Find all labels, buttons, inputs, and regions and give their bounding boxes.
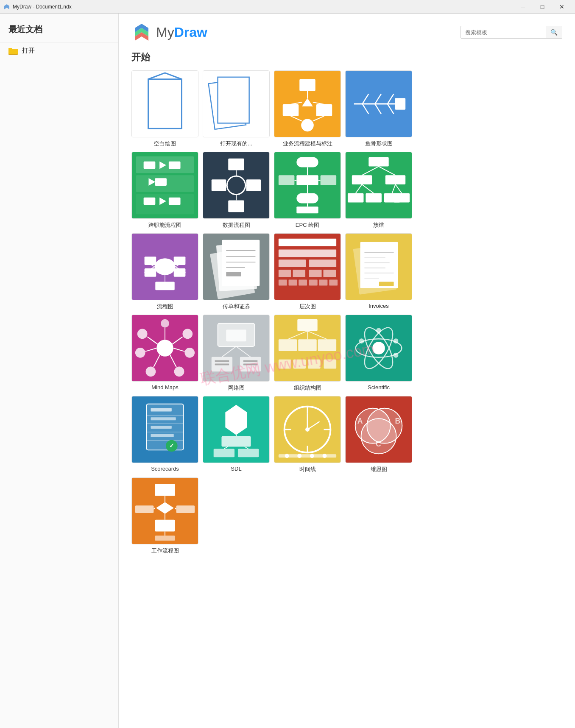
svg-rect-160 (318, 339, 336, 351)
svg-rect-113 (279, 280, 287, 286)
svg-rect-191 (221, 436, 251, 447)
svg-rect-155 (226, 330, 246, 342)
template-card-blank[interactable]: 空白绘图 (131, 70, 198, 148)
svg-point-173 (376, 328, 381, 333)
template-card-sdl[interactable]: SDL (203, 396, 270, 473)
svg-rect-60 (296, 193, 318, 204)
template-card-network[interactable]: 网络图 (203, 315, 270, 392)
template-card-bpmn[interactable]: 业务流程建模与标注 (274, 70, 341, 148)
svg-point-210 (323, 454, 327, 458)
svg-point-137 (161, 319, 169, 328)
template-card-flowchart[interactable]: 流程图 (131, 233, 198, 310)
folder-icon (8, 47, 18, 55)
template-card-hierarchy[interactable]: 层次图 (274, 233, 341, 310)
svg-rect-42 (155, 178, 167, 186)
template-image-network (203, 315, 270, 382)
template-label-open: 打开现有的... (220, 140, 252, 148)
svg-rect-117 (319, 280, 328, 286)
template-image-mindmaps (131, 315, 198, 382)
svg-rect-67 (296, 206, 318, 213)
search-button[interactable]: 🔍 (546, 26, 562, 38)
search-input[interactable] (461, 27, 546, 38)
template-image-epc (274, 152, 341, 219)
template-image-bpmn (274, 70, 341, 137)
svg-point-133 (135, 348, 145, 358)
template-label-forms: 传单和证券 (223, 303, 250, 310)
template-label-genealogy: 族谱 (373, 221, 384, 229)
close-button[interactable]: ✕ (552, 0, 572, 14)
template-card-timeline[interactable]: 时间线 (274, 396, 341, 473)
svg-rect-158 (279, 339, 297, 351)
svg-rect-184 (151, 417, 176, 420)
template-card-crossfunc[interactable]: 跨职能流程图 (131, 152, 198, 229)
template-image-open (203, 70, 270, 137)
maximize-button[interactable]: □ (533, 0, 552, 14)
svg-rect-150 (215, 364, 229, 365)
template-image-workflow (131, 477, 198, 544)
svg-rect-103 (226, 272, 241, 276)
svg-rect-34 (395, 98, 406, 110)
template-card-orgchart[interactable]: 组织结构图 (274, 315, 341, 392)
template-label-orgchart: 组织结构图 (294, 384, 321, 392)
titlebar-left: MyDraw - Document1.ndx (3, 3, 72, 10)
svg-rect-16 (299, 79, 315, 91)
sidebar-title: 最近文档 (0, 20, 118, 42)
svg-rect-87 (145, 268, 156, 277)
template-image-genealogy (345, 152, 412, 219)
svg-rect-89 (155, 282, 174, 290)
template-label-flowchart: 流程图 (157, 303, 173, 310)
template-card-dataflow[interactable]: 数据流程图 (203, 152, 270, 229)
svg-rect-121 (360, 242, 398, 288)
svg-rect-61 (279, 175, 295, 185)
svg-rect-118 (329, 280, 338, 286)
template-image-fishbone (345, 70, 412, 137)
template-label-mindmaps: Mind Maps (151, 384, 179, 390)
svg-rect-159 (298, 339, 316, 351)
template-label-network: 网络图 (228, 384, 245, 392)
minimize-button[interactable]: ─ (513, 0, 533, 14)
template-card-mindmaps[interactable]: Mind Maps (131, 315, 198, 392)
svg-rect-128 (379, 282, 394, 286)
template-label-timeline: 时间线 (299, 466, 316, 473)
svg-rect-18 (283, 104, 299, 116)
svg-rect-183 (151, 408, 171, 412)
titlebar-controls: ─ □ ✕ (513, 0, 572, 14)
svg-marker-0 (4, 4, 9, 9)
template-card-invoices[interactable]: Invoices (345, 233, 412, 310)
template-image-flowchart (131, 233, 198, 300)
template-image-timeline (274, 396, 341, 463)
template-image-scientific (345, 315, 412, 382)
svg-rect-48 (228, 159, 244, 170)
svg-rect-72 (385, 175, 405, 184)
template-label-scorecards: Scorecards (151, 466, 179, 472)
open-button[interactable]: 打开 (0, 42, 118, 59)
svg-point-217 (361, 418, 396, 454)
svg-point-207 (285, 454, 289, 458)
section-title: 开始 (131, 51, 562, 64)
logo-icon (131, 22, 152, 42)
template-card-genealogy[interactable]: 族谱 (345, 152, 412, 229)
svg-rect-110 (293, 270, 305, 277)
svg-rect-71 (352, 175, 372, 184)
logo-text: MyDraw (156, 25, 207, 40)
template-card-scorecards[interactable]: ✓ Scorecards (131, 396, 198, 473)
template-image-hierarchy (274, 233, 341, 300)
svg-rect-163 (308, 360, 321, 369)
template-card-workflow[interactable]: 工作流程图 (131, 477, 198, 555)
template-card-open[interactable]: 打开现有的... (203, 70, 270, 148)
template-card-scientific[interactable]: Scientific (345, 315, 412, 392)
svg-rect-221 (155, 520, 175, 532)
template-label-bpmn: 业务流程建模与标注 (283, 140, 332, 148)
svg-rect-108 (309, 259, 336, 267)
svg-point-169 (372, 342, 385, 354)
svg-rect-223 (176, 505, 195, 513)
svg-point-205 (305, 427, 310, 432)
template-label-invoices: Invoices (368, 303, 389, 309)
template-card-epc[interactable]: EPC 绘图 (274, 152, 341, 229)
svg-rect-114 (289, 280, 297, 286)
template-card-fishbone[interactable]: 鱼骨形状图 (345, 70, 412, 148)
template-card-venn[interactable]: A B C 维恩图 (345, 396, 412, 473)
svg-rect-222 (135, 505, 154, 513)
template-image-crossfunc (131, 152, 198, 219)
template-card-forms[interactable]: 传单和证券 (203, 233, 270, 310)
